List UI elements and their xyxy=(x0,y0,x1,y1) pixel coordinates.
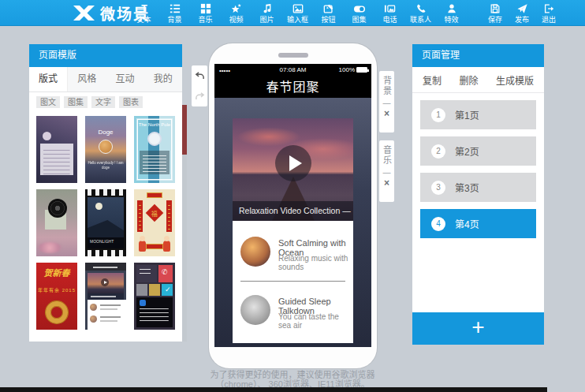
exit-button[interactable]: 退出 xyxy=(535,0,562,26)
template-thumbnail-night-quote[interactable] xyxy=(36,116,77,183)
person-icon xyxy=(446,3,457,15)
page-list: 1 第1页 2 第2页 3 第3页 4 第4页 xyxy=(412,93,544,238)
tool-contacts[interactable]: 联系人 xyxy=(405,0,436,26)
history-panel xyxy=(192,65,207,106)
template-grid: Doge Hello everybody ! I am doge The Nor… xyxy=(29,112,182,330)
page-item-2[interactable]: 2 第2页 xyxy=(420,136,536,166)
thumb-banner xyxy=(147,192,162,198)
thumb-kid-right xyxy=(163,241,170,252)
filter-text[interactable]: 文字 xyxy=(91,96,115,108)
redo-button[interactable] xyxy=(192,86,207,106)
tool-video[interactable]: 视频 xyxy=(221,0,252,26)
make-template-button[interactable]: 生成模版 xyxy=(496,73,534,87)
tool-button[interactable]: 按钮 xyxy=(313,0,344,26)
copy-page-button[interactable]: 复制 xyxy=(423,73,442,87)
template-thumbnail-doge[interactable]: Doge Hello everybody ! I am doge xyxy=(85,116,126,183)
toolbar-actions: 保存 发布 退出 xyxy=(482,0,562,26)
page-number-badge: 3 xyxy=(431,181,445,195)
thumb-couplet-left xyxy=(137,200,143,232)
close-icon[interactable]: × xyxy=(384,109,389,118)
tab-mine[interactable]: 我的 xyxy=(144,67,182,91)
toggle-icon xyxy=(353,3,366,15)
side-tab-background[interactable]: 背景 — × xyxy=(379,71,394,133)
thumb-title: 贺新春 xyxy=(36,266,77,278)
list-item-avatar xyxy=(240,295,270,325)
page-item-4[interactable]: 4 第4页 xyxy=(420,209,536,238)
play-button[interactable] xyxy=(275,145,311,181)
side-tab-music[interactable]: 音乐 — × xyxy=(379,140,394,202)
exit-icon xyxy=(543,3,554,15)
template-thumbnail-north-pole[interactable]: The North Pole xyxy=(134,116,175,183)
tab-layout[interactable]: 版式 xyxy=(29,67,68,91)
page-item-3[interactable]: 3 第3页 xyxy=(420,173,536,202)
save-icon xyxy=(490,3,501,15)
thumb-quote-box xyxy=(40,144,73,175)
list-item[interactable]: Guided Sleep Talkdown You can taste the … xyxy=(240,289,348,333)
status-bar: ••••• 07:08 AM 100% xyxy=(214,64,371,77)
edit-icon xyxy=(323,3,334,15)
close-icon[interactable]: × xyxy=(384,178,389,188)
template-thumbnail-video-collection[interactable] xyxy=(85,263,126,330)
template-thumbnail-moonlight[interactable]: MOONLIGHT xyxy=(85,189,126,256)
top-toolbar: 微场景 T 文本 背景 音乐 xyxy=(0,0,585,26)
tab-style[interactable]: 风格 xyxy=(68,67,106,91)
thumb-couplet-right xyxy=(166,200,172,232)
video-caption: Relaxation Video Collection — xyxy=(233,201,353,221)
tool-background[interactable]: 背景 xyxy=(159,0,190,26)
save-button[interactable]: 保存 xyxy=(482,0,509,26)
undo-button[interactable] xyxy=(192,65,207,86)
filter-chart[interactable]: 图表 xyxy=(119,96,143,108)
page-manager-panel: 页面管理 复制 删除 生成模版 1 第1页 2 第2页 3 第3页 4 第4页 xyxy=(412,44,544,345)
thumb-tile-phone xyxy=(158,265,173,282)
page-number-badge: 4 xyxy=(431,217,445,231)
page-manager-title: 页面管理 xyxy=(412,44,544,67)
magic-star-icon xyxy=(230,3,242,15)
bottom-bar xyxy=(0,387,585,392)
send-icon xyxy=(516,3,528,15)
page-label: 第3页 xyxy=(455,181,479,194)
list-separator xyxy=(240,281,345,282)
minimize-icon[interactable]: — xyxy=(383,100,391,106)
tool-picture[interactable]: 图片 xyxy=(252,0,282,26)
minimize-icon[interactable]: — xyxy=(383,170,391,176)
grid-icon xyxy=(200,3,211,15)
delete-page-button[interactable]: 删除 xyxy=(459,73,478,87)
add-page-button[interactable]: + xyxy=(412,312,544,345)
thumb-scene: MOONLIGHT xyxy=(88,197,124,248)
tool-text[interactable]: T 文本 xyxy=(129,0,159,26)
tool-gallery[interactable]: 图集 xyxy=(344,0,374,26)
template-panel-title: 页面模版 xyxy=(29,44,182,67)
thumb-banner-bottom xyxy=(146,244,163,249)
thumb-avatar xyxy=(147,132,162,146)
page-label: 第4页 xyxy=(455,217,479,230)
list-item[interactable]: Soft Calming with Ocean Relaxing music w… xyxy=(240,230,348,274)
phone-icon xyxy=(415,3,427,15)
template-thumbnail-love-song[interactable] xyxy=(36,189,77,256)
template-thumbnail-magazine-tiles[interactable] xyxy=(134,263,175,330)
publish-button[interactable]: 发布 xyxy=(509,0,535,26)
template-thumbnail-greeting-2015[interactable]: 贺新春 年年有余 2015 xyxy=(36,263,77,330)
tool-effects[interactable]: 特效 xyxy=(436,0,467,26)
phone-screen[interactable]: ••••• 07:08 AM 100% 春节团聚 Relaxation Vide… xyxy=(214,64,371,347)
thumb-text-block xyxy=(140,151,170,174)
template-panel: 页面模版 版式 风格 互动 我的 图文 图集 文字 图表 Doge Hello … xyxy=(29,44,182,342)
tool-music[interactable]: 音乐 xyxy=(190,0,221,26)
tool-phone-call[interactable]: 电话 xyxy=(374,0,405,26)
filter-image-text[interactable]: 图文 xyxy=(36,96,60,108)
filter-gallery[interactable]: 图集 xyxy=(64,96,88,108)
template-thumbnail-new-year[interactable]: 福 xyxy=(134,189,175,256)
template-scrollbar-track[interactable] xyxy=(182,105,187,342)
editor-app: 微场景 T 文本 背景 音乐 xyxy=(0,0,585,392)
thumb-title: Doge xyxy=(85,129,126,136)
thumb-caption: Hello everybody ! I am doge xyxy=(88,161,125,170)
thumb-topbar xyxy=(85,263,126,271)
thumb-moon xyxy=(95,203,102,210)
page-manager-actions: 复制 删除 生成模版 xyxy=(412,67,544,93)
page-item-1[interactable]: 1 第1页 xyxy=(420,100,536,129)
page-title: 春节团聚 xyxy=(214,77,371,98)
tab-interaction[interactable]: 互动 xyxy=(106,67,144,91)
template-scrollbar-thumb[interactable] xyxy=(182,105,187,155)
tool-input-box[interactable]: 输入框 xyxy=(282,0,313,26)
video-block[interactable]: Relaxation Video Collection — xyxy=(233,118,353,221)
thumb-avatar xyxy=(99,140,113,154)
